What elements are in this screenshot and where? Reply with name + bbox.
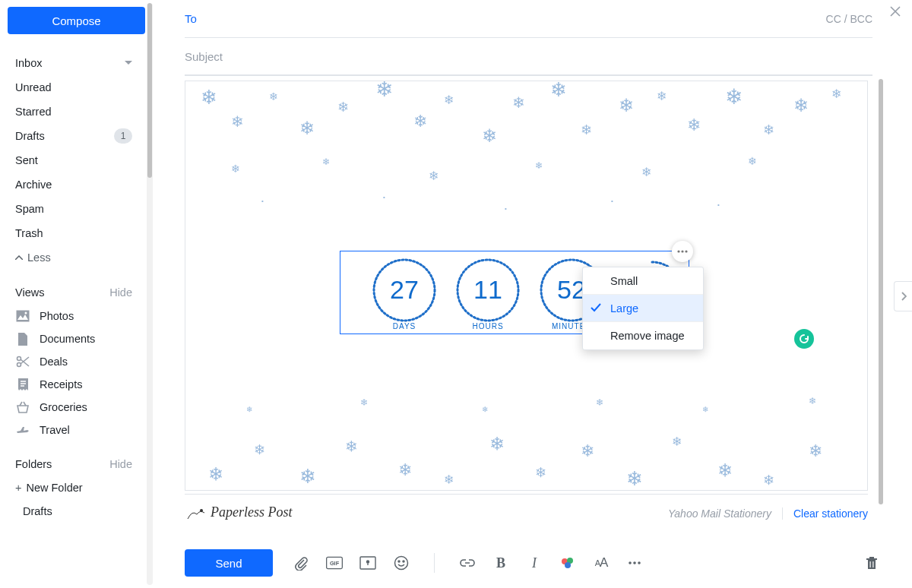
folder-label: Unread: [15, 81, 52, 93]
svg-text:❄: ❄: [550, 81, 567, 101]
less-label: Less: [27, 251, 51, 264]
link-icon[interactable]: [459, 555, 476, 571]
svg-point-71: [633, 561, 636, 564]
view-deals[interactable]: Deals: [8, 350, 140, 373]
svg-rect-73: [870, 561, 871, 567]
svg-text:❄: ❄: [793, 95, 809, 115]
compose-button[interactable]: Compose: [8, 7, 145, 34]
clear-stationery-link[interactable]: Clear stationery: [793, 507, 868, 520]
countdown-days: 27 DAYS: [366, 255, 442, 330]
more-formatting-icon[interactable]: [626, 555, 643, 571]
scrollbar-listpane[interactable]: [147, 3, 153, 585]
paperless-post-text: Paperless Post: [211, 504, 293, 520]
view-receipts[interactable]: Receipts: [8, 373, 140, 396]
emoji-icon[interactable]: [393, 555, 410, 571]
svg-text:❄: ❄: [763, 122, 774, 138]
svg-text:❄: ❄: [748, 155, 757, 167]
send-button[interactable]: Send: [185, 549, 273, 577]
svg-text:❄: ❄: [535, 464, 546, 479]
svg-text:❄: ❄: [413, 112, 427, 131]
collapse-less[interactable]: Less: [8, 245, 140, 270]
drafts-count-badge: 1: [114, 128, 132, 144]
scrollbar-thumb[interactable]: [879, 79, 883, 504]
to-field-row[interactable]: To CC / BCC: [185, 0, 872, 38]
new-folder-label: New Folder: [26, 482, 82, 494]
svg-text:❄: ❄: [482, 125, 497, 146]
menu-item-label: Large: [610, 302, 638, 315]
folder-trash[interactable]: Trash: [8, 221, 140, 245]
svg-text:❄: ❄: [246, 405, 252, 413]
subject-field-row[interactable]: Subject: [185, 38, 872, 76]
svg-text:❄: ❄: [482, 405, 488, 413]
svg-rect-74: [872, 561, 873, 567]
bold-icon[interactable]: B: [492, 555, 509, 571]
scrollbar-thumb[interactable]: [147, 3, 152, 178]
svg-text:•: •: [505, 205, 507, 212]
menu-item-large[interactable]: Large: [583, 295, 703, 322]
attach-icon[interactable]: [293, 555, 309, 571]
svg-point-66: [403, 561, 404, 562]
menu-item-label: Remove image: [610, 330, 685, 342]
chevron-down-icon: [125, 61, 132, 65]
view-label: Deals: [40, 356, 68, 368]
message-body[interactable]: ❄❄❄ ❄❄❄ ❄❄❄ ❄❄❄ ❄❄❄ ❄❄❄ ❄❄❄ ❄❄❄ ❄•• •••: [185, 81, 868, 533]
user-folder-drafts[interactable]: Drafts: [8, 499, 140, 523]
svg-text:❄: ❄: [299, 118, 315, 138]
sidebar: Compose Inbox Unread Starred Drafts 1 Se…: [0, 0, 147, 588]
right-panel-expand[interactable]: [894, 281, 912, 311]
photo-icon: [15, 308, 30, 324]
menu-item-remove-image[interactable]: Remove image: [583, 322, 703, 349]
folders-hide-link[interactable]: Hide: [109, 458, 132, 470]
discard-draft-icon[interactable]: [865, 555, 882, 571]
folder-label: Inbox: [15, 57, 42, 69]
view-travel[interactable]: Travel: [8, 419, 140, 441]
svg-text:❄: ❄: [641, 166, 651, 179]
folder-spam[interactable]: Spam: [8, 197, 140, 221]
new-folder-button[interactable]: + New Folder: [8, 476, 140, 499]
svg-text:❄: ❄: [322, 156, 330, 167]
svg-point-72: [638, 561, 641, 564]
folder-label: Drafts: [15, 130, 45, 142]
svg-text:❄: ❄: [717, 460, 733, 480]
text-color-icon[interactable]: [559, 555, 576, 571]
view-documents[interactable]: Documents: [8, 327, 140, 350]
close-compose-button[interactable]: [888, 4, 903, 19]
folder-inbox[interactable]: Inbox: [8, 51, 140, 75]
font-size-icon[interactable]: AA: [593, 555, 610, 571]
view-photos[interactable]: Photos: [8, 305, 140, 327]
view-label: Travel: [40, 424, 70, 436]
view-groceries[interactable]: Groceries: [8, 396, 140, 419]
svg-text:❄: ❄: [231, 113, 244, 130]
svg-text:❄: ❄: [360, 397, 368, 407]
view-label: Documents: [40, 333, 95, 345]
folder-label: Trash: [15, 227, 43, 239]
svg-rect-0: [17, 311, 30, 322]
chevron-up-icon: [15, 255, 23, 260]
snow-bottom-decoration: ❄❄❄ ❄❄❄ ❄❄❄ ❄❄❄ ❄❄ ❄❄❄ ❄❄❄: [185, 353, 867, 490]
folder-label: Archive: [15, 179, 52, 191]
stationery-icon[interactable]: [359, 555, 376, 571]
svg-text:❄: ❄: [269, 90, 278, 103]
cc-bcc-toggle[interactable]: CC / BCC: [826, 13, 872, 25]
menu-item-small[interactable]: Small: [583, 267, 703, 295]
folder-archive[interactable]: Archive: [8, 172, 140, 197]
folder-sent[interactable]: Sent: [8, 148, 140, 172]
folder-drafts[interactable]: Drafts 1: [8, 124, 140, 148]
image-options-button[interactable]: [672, 241, 693, 262]
folder-starred[interactable]: Starred: [8, 100, 140, 124]
views-hide-link[interactable]: Hide: [109, 286, 132, 299]
svg-text:❄: ❄: [208, 463, 223, 484]
svg-text:❄: ❄: [687, 115, 701, 134]
grammarly-icon[interactable]: [794, 329, 814, 349]
gif-icon[interactable]: GIF: [326, 555, 343, 571]
document-icon: [15, 331, 30, 346]
svg-text:❄: ❄: [512, 94, 525, 111]
svg-text:❄: ❄: [299, 464, 316, 487]
scrollbar-bodypane[interactable]: [877, 79, 885, 535]
italic-icon[interactable]: I: [526, 555, 543, 571]
folder-label: Drafts: [23, 505, 52, 517]
folder-unread[interactable]: Unread: [8, 75, 140, 100]
folders-title: Folders: [15, 458, 52, 470]
svg-text:❄: ❄: [375, 81, 393, 101]
svg-point-57: [677, 250, 679, 252]
